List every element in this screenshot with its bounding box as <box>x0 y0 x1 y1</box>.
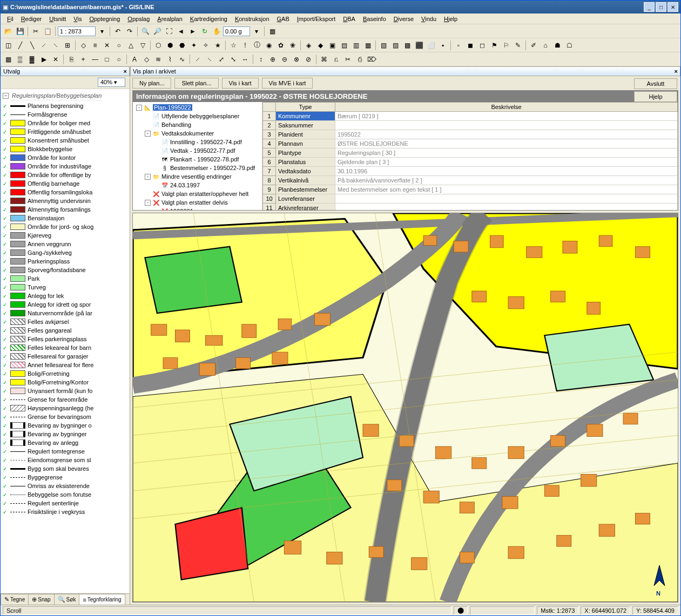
table-row[interactable]: 5PlantypeReguleringsplan [ 30 ] <box>263 148 678 158</box>
tool-icon[interactable]: ⤡ <box>228 54 239 65</box>
tree-node[interactable]: -📁Vedtaksdokumenter <box>134 129 261 138</box>
legend-item[interactable]: ✓Grense for fareområde <box>2 395 129 404</box>
legend-item[interactable]: ✓Område for industri/lage <box>2 162 129 171</box>
tree-node[interactable]: §Bestemmelser - 1995022-79.pdf <box>134 164 261 172</box>
menu-arealplan[interactable]: Arealplan <box>154 15 185 23</box>
table-row[interactable]: 8VertikalnivåPå bakkenivå/vannoverflate … <box>263 176 678 185</box>
legend-item[interactable]: ✓Anlegg for lek <box>2 292 129 300</box>
legend-item[interactable]: ✓Regulert senterlinje <box>2 499 129 507</box>
table-row[interactable]: 10Lovreferanser <box>263 194 678 204</box>
table-row[interactable]: 11Arkivreferanser <box>263 204 678 211</box>
legend-item[interactable]: ✓Felles avkjørsel <box>2 317 129 326</box>
legend-item[interactable]: ✓Bolig/Forretning/Kontor <box>2 378 129 387</box>
tool-icon[interactable]: ▨ <box>390 40 401 51</box>
menu-diverse[interactable]: Diverse <box>390 15 417 23</box>
redo-icon[interactable]: ↷ <box>124 26 135 37</box>
tool-icon[interactable]: ⚑ <box>489 40 500 51</box>
tool-icon[interactable]: ╱ <box>15 40 25 51</box>
tool-icon[interactable]: □ <box>102 54 112 65</box>
avslutt-button[interactable]: Avslutt <box>634 78 677 89</box>
tool-icon[interactable]: + <box>78 54 89 65</box>
tool-icon[interactable]: ☗ <box>552 40 563 51</box>
undo-icon[interactable]: ↶ <box>112 26 123 37</box>
legend-item[interactable]: ✓Felles lekeareal for barn <box>2 343 129 352</box>
pan-icon[interactable]: ✋ <box>211 26 222 37</box>
plan-button[interactable]: Vis i kart <box>222 78 259 89</box>
expand-icon[interactable]: - <box>145 200 151 206</box>
tool-icon[interactable]: ✧ <box>200 40 211 51</box>
tool-icon[interactable]: ⊞ <box>62 40 73 51</box>
tab-søk[interactable]: 🔍Søk <box>54 594 80 605</box>
legend-item[interactable]: ✓Annet fellesareal for flere <box>2 361 129 369</box>
tool-icon[interactable]: ▩ <box>402 40 413 51</box>
zoom-in-icon[interactable]: 🔍 <box>140 26 151 37</box>
table-row[interactable]: 6PlanstatusGjeldende plan [ 3 ] <box>263 158 678 167</box>
tool-icon[interactable]: ⌂ <box>540 40 551 51</box>
expand-icon[interactable]: − <box>3 93 9 99</box>
scale-input[interactable] <box>58 26 96 36</box>
legend-item[interactable]: ✓Fellesareal for garasjer <box>2 352 129 361</box>
panel-close-icon[interactable]: × <box>675 68 678 75</box>
close-button[interactable]: ✕ <box>667 2 678 12</box>
tree-node[interactable]: 📄Utfyllende bebyggelsesplaner <box>134 112 261 120</box>
dropdown-icon[interactable]: ▾ <box>97 26 107 37</box>
col-beskrivelse[interactable]: Beskrivelse <box>335 103 678 112</box>
save-icon[interactable]: 💾 <box>15 26 25 37</box>
tool-icon[interactable]: ◇ <box>78 40 89 51</box>
legend-item[interactable]: ✓Almennyttig undervisnin <box>2 197 129 205</box>
legend-item[interactable]: ✓Sporveg/forstadsbane <box>2 266 129 274</box>
tool-icon[interactable]: ↔ <box>240 54 251 65</box>
tool-icon[interactable]: ✦ <box>188 40 199 51</box>
hjelp-button[interactable]: Hjelp <box>634 91 677 102</box>
menu-vis[interactable]: Vis <box>70 15 85 23</box>
legend-item[interactable]: ✓Unyansert formål (kun fo <box>2 387 129 395</box>
legend-item[interactable]: ✓Område for kontor <box>2 153 129 162</box>
tool-icon[interactable]: ❀ <box>287 40 298 51</box>
forward-icon[interactable]: ► <box>187 26 198 37</box>
minimize-button[interactable]: _ <box>644 2 655 12</box>
tool-icon[interactable]: ⟋ <box>192 54 203 65</box>
legend-item[interactable]: ✓Eiendomsgrense som sl <box>2 456 129 464</box>
tool-icon[interactable]: ⟍ <box>204 54 215 65</box>
legend-item[interactable]: ✓Kjøreveg <box>2 231 129 240</box>
tool-icon[interactable]: ◫ <box>3 40 14 51</box>
legend-item[interactable]: ✓Annen veggrunn <box>2 240 129 248</box>
tool-icon[interactable]: ⊗ <box>291 54 302 65</box>
tool-icon[interactable]: ▫ <box>453 40 464 51</box>
tool-icon[interactable]: ▣ <box>327 40 338 51</box>
tool-icon[interactable]: — <box>90 54 100 65</box>
angle-input[interactable] <box>223 26 250 36</box>
tool-icon[interactable]: ⎌ <box>331 54 341 65</box>
tree-node[interactable]: -📐Plan-1995022 <box>134 103 261 112</box>
legend-item[interactable]: ✓Offentlig barnehage <box>2 179 129 188</box>
tool-icon[interactable]: ⬣ <box>177 40 187 51</box>
tool-icon[interactable]: ✕ <box>50 54 61 65</box>
col-type[interactable]: Type <box>276 103 335 112</box>
expand-icon[interactable]: - <box>136 105 142 111</box>
paste-icon[interactable]: 📋 <box>42 26 53 37</box>
map-view[interactable]: N <box>132 213 678 603</box>
legend-item[interactable]: ✓Formålsgrense <box>2 110 129 119</box>
tree-node[interactable]: 📄Vedtak - 1995022-77.pdf <box>134 146 261 155</box>
tool-icon[interactable]: ◼ <box>465 40 476 51</box>
open-icon[interactable]: 📂 <box>3 26 14 37</box>
tool-icon[interactable]: ⎘ <box>66 54 77 65</box>
menu-vindu[interactable]: Vindu <box>418 15 440 23</box>
menu-konstruksjon[interactable]: Konstruksjon <box>232 15 273 23</box>
opacity-select[interactable]: 40% ▾ <box>98 78 125 87</box>
legend-item[interactable]: ✓Felles gangareal <box>2 326 129 335</box>
table-row[interactable]: 7Vedtaksdato30.10.1996 <box>263 167 678 176</box>
tool-icon[interactable]: ▥ <box>350 40 361 51</box>
menu-hjelp[interactable]: Hjelp <box>441 15 461 23</box>
plan-button[interactable]: Ny plan... <box>132 78 171 89</box>
legend-item[interactable]: ✓Felles parkeringsplass <box>2 335 129 343</box>
menu-fil[interactable]: Fil <box>4 15 17 23</box>
tool-icon[interactable]: ▤ <box>339 40 349 51</box>
tool-icon[interactable]: △ <box>125 40 136 51</box>
legend-item[interactable]: ✓Anlegg for idrett og spor <box>2 300 129 309</box>
refresh-icon[interactable]: ↻ <box>199 26 210 37</box>
legend-item[interactable]: ✓Omriss av eksisterende <box>2 482 129 490</box>
tool-icon[interactable]: ╲ <box>26 40 37 51</box>
legend-item[interactable]: ✓Høyspenningsanlegg (he <box>2 404 129 412</box>
menu-baseinfo[interactable]: Baseinfo <box>360 15 389 23</box>
